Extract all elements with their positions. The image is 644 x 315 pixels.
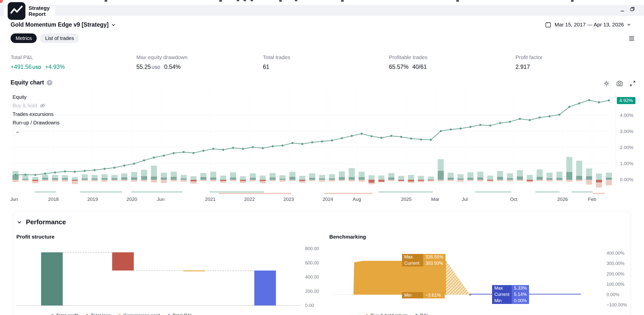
- toolbar-fragment: [571, 0, 574, 2]
- price-scale-separator: [615, 91, 616, 195]
- axis-label: −100.00%: [607, 302, 627, 308]
- profit-structure-legend: Total profit Total loss Commission paid …: [51, 313, 193, 315]
- tab-strategy-report[interactable]: Strategy Report: [4, 6, 55, 16]
- axis-label: 300.00%: [607, 261, 624, 266]
- axis-label: 0.00%: [607, 292, 619, 297]
- equity-chart: Equity Buy & hold Trades excursions Run-…: [11, 91, 614, 195]
- equity-chart-canvas[interactable]: [11, 91, 614, 195]
- date-range-picker[interactable]: Mar 15, 2017 — Apr 13, 2026: [545, 21, 631, 28]
- legend-runup-drawdowns: Run-up / Drawdowns: [13, 118, 60, 127]
- axis-label: 600.00: [305, 260, 319, 266]
- metric-label: Max equity drawdown: [136, 54, 187, 60]
- toolbar-fragment: [105, 0, 107, 2]
- axis-label: 400.00: [305, 275, 319, 280]
- metric-value: 2.917: [515, 64, 530, 70]
- equity-chart-title: Equity chart: [11, 79, 44, 86]
- chevron-down-icon: [627, 23, 631, 27]
- time-scale-label: 2023: [283, 197, 294, 202]
- legend-item: Total loss: [86, 313, 111, 315]
- toolbar-fragment: [295, 0, 297, 1]
- maximize-icon[interactable]: [629, 6, 635, 12]
- legend-trades-excursions: Trades excursions: [13, 110, 60, 118]
- tab-metrics[interactable]: Metrics: [11, 33, 37, 43]
- panel-tab-bar: Strategy Report: [0, 5, 644, 16]
- collapse-legend-button[interactable]: [13, 129, 22, 136]
- strategy-report-icon: [7, 2, 26, 20]
- price-scale-label: 2.00%: [620, 145, 633, 150]
- profit-structure-axis: 800.00600.00400.00200.000.00: [303, 246, 333, 308]
- performance-title: Performance: [26, 218, 66, 226]
- top-toolbar-strip: [0, 0, 644, 5]
- snapshot-button[interactable]: [616, 80, 623, 87]
- time-scale-label: Jun: [10, 197, 18, 202]
- price-scale-label: 4.00%: [620, 113, 633, 118]
- metric-value: 65.57%: [389, 64, 409, 70]
- time-scale-label: 2022: [244, 197, 255, 202]
- benchmarking-chart[interactable]: [332, 251, 584, 308]
- metric-secondary: 0.54%: [164, 64, 181, 70]
- metric-profit-factor: Profit factor 2.917: [515, 54, 542, 70]
- performance-header[interactable]: Performance: [17, 218, 66, 226]
- metric-value: +491.56: [11, 64, 32, 70]
- toolbar-fragment: [219, 0, 222, 2]
- toolbar-fragment: [341, 0, 344, 2]
- strategy-selector[interactable]: Gold Momentum Edge v9 [Strategy]: [11, 21, 116, 28]
- axis-label: 800.00: [305, 246, 319, 251]
- help-icon[interactable]: ?: [47, 80, 52, 85]
- chart-toolbar: [603, 80, 636, 87]
- time-scale-label: 2021: [205, 197, 216, 202]
- time-scale-label: Jul: [462, 197, 468, 202]
- legend-item: Total P&L: [168, 313, 193, 315]
- benchmarking-legend: Buy & hold return P&L: [366, 313, 429, 315]
- legend-buy-and-hold[interactable]: Buy & hold: [13, 101, 60, 110]
- metric-label: Total P&L: [11, 54, 65, 60]
- price-scale[interactable]: 4.92% 4.00%3.00%2.00%1.00%0.00%: [617, 91, 644, 195]
- legend-item: P&L: [415, 313, 429, 315]
- fullscreen-button[interactable]: [629, 80, 636, 87]
- report-layout-button[interactable]: [628, 35, 635, 42]
- metric-max-drawdown: Max equity drawdown 55.25USD0.54%: [136, 54, 187, 70]
- benchmarking-title: Benchmarking: [329, 234, 366, 240]
- time-scale-label: 2018: [48, 197, 59, 202]
- time-scale-label: Feb: [588, 197, 596, 202]
- profit-structure-chart[interactable]: [16, 246, 301, 308]
- tab-list-of-trades[interactable]: List of trades: [40, 33, 79, 43]
- legend-equity: Equity: [13, 93, 60, 101]
- time-scale[interactable]: Jun201820192020Jun2021202220232024Aug202…: [11, 197, 614, 203]
- date-range-text: Mar 15, 2017 — Apr 13, 2026: [554, 22, 624, 28]
- metric-secondary: +4.93%: [45, 64, 65, 70]
- toolbar-fragment: [279, 0, 282, 2]
- settings-button[interactable]: [603, 80, 610, 87]
- strategy-report-panel: Strategy Report Gold Momentum Edge v9 [S…: [0, 0, 644, 315]
- calendar-icon: [545, 21, 551, 28]
- chevron-up-icon: [16, 130, 19, 134]
- time-scale-label: Jun: [157, 197, 165, 202]
- metric-currency: USD: [32, 65, 41, 70]
- minimize-icon[interactable]: [619, 8, 625, 14]
- metric-label: Total trades: [263, 54, 290, 60]
- toolbar-fragment: [251, 0, 253, 1]
- toolbar-fragment: [237, 0, 239, 1]
- metric-label: Profitable trades: [389, 54, 427, 60]
- time-scale-label: Aug: [353, 197, 361, 202]
- toolbar-fragment: [456, 0, 459, 2]
- equity-chart-legend: Equity Buy & hold Trades excursions Run-…: [13, 93, 60, 136]
- benchmarking-axis: 400.00%300.00%200.00%100.00%0.00%−100.00…: [605, 251, 638, 310]
- window-close-icon[interactable]: [0, 0, 3, 3]
- profit-structure-title: Profit structure: [16, 234, 55, 240]
- metric-total-pnl: Total P&L +491.56USD+4.93%: [11, 54, 65, 70]
- legend-item: Buy & hold return: [366, 313, 408, 315]
- metric-total-trades: Total trades 61: [263, 54, 290, 70]
- chevron-down-icon: [111, 23, 116, 27]
- gear-icon: [603, 80, 610, 87]
- axis-label: 400.00%: [607, 251, 624, 256]
- metric-label: Profit factor: [515, 54, 542, 60]
- price-scale-label: 3.00%: [620, 129, 633, 134]
- report-view-tabs: Metrics List of trades: [11, 33, 79, 43]
- axis-label: 0.00: [305, 303, 314, 308]
- current-value-badge: 4.92%: [617, 97, 635, 104]
- time-scale-label: 2025: [401, 197, 412, 202]
- equity-chart-header: Equity chart ?: [11, 79, 52, 86]
- expand-icon: [629, 80, 636, 87]
- visibility-off-icon[interactable]: [39, 103, 46, 109]
